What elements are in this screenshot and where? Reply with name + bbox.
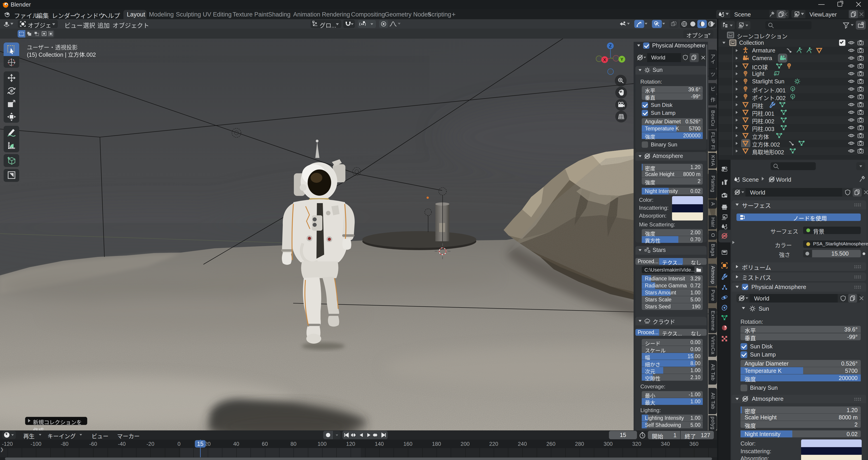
svg-text:Y: Y <box>620 57 623 62</box>
svg-text:Z: Z <box>609 43 612 48</box>
svg-text:X: X <box>603 57 606 62</box>
